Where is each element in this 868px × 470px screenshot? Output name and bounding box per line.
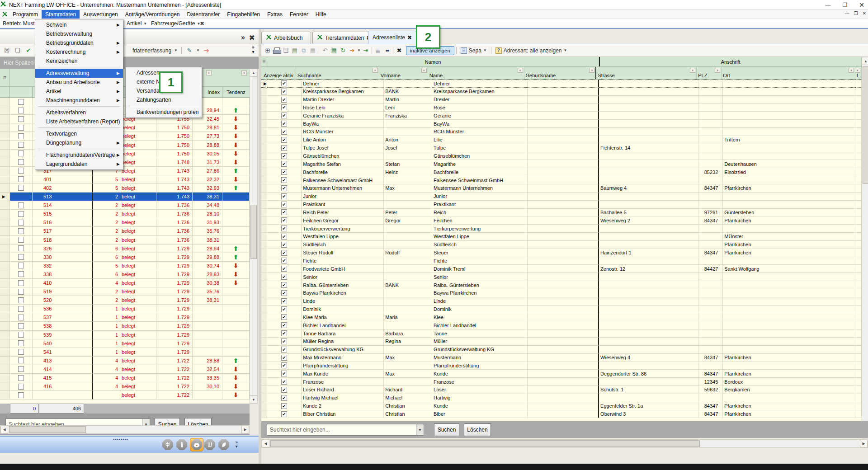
- menubar-item-eingabehilfen[interactable]: Eingabehilfen: [223, 10, 264, 19]
- checkbox-unchecked[interactable]: [18, 168, 24, 174]
- checkbox-unchecked[interactable]: [18, 392, 24, 398]
- filter-icon[interactable]: ▼: [589, 68, 594, 73]
- address-row[interactable]: ✔FranzoseFranzose12345Bordoux: [261, 378, 862, 386]
- checkbox-unchecked[interactable]: [18, 384, 24, 390]
- address-row[interactable]: ✔SeniorSenior: [261, 273, 862, 281]
- menubar-item-auswertungen[interactable]: Auswertungen: [80, 10, 122, 19]
- checkbox-checked[interactable]: ✔: [281, 209, 287, 215]
- mdi-close-button[interactable]: ✕: [863, 11, 866, 16]
- checkbox-checked[interactable]: ✔: [281, 234, 287, 240]
- tab-tierstammdaten[interactable]: Tierstammdaten✖: [312, 32, 375, 44]
- address-row[interactable]: ✔Foodvariete GmbHDominik TremlZenostr. 1…: [261, 265, 862, 273]
- checkbox-checked[interactable]: ✔: [281, 282, 287, 288]
- binoculars-icon[interactable]: ●●: [383, 47, 391, 55]
- pig-icon[interactable]: [190, 438, 203, 451]
- tubes-icon[interactable]: [204, 439, 216, 451]
- left-grid-row[interactable]: 5142belegt1.73634,48: [0, 201, 250, 210]
- left-grid-row[interactable]: 5401belegt1.729: [0, 339, 250, 348]
- checkbox-checked[interactable]: ✔: [281, 177, 287, 183]
- checkbox-checked[interactable]: ✔: [281, 129, 287, 135]
- left-grid-row[interactable]: 5371belegt1.729: [0, 313, 250, 322]
- filter-icon[interactable]: ▼: [373, 68, 378, 73]
- checkbox-checked[interactable]: ✔: [281, 266, 287, 272]
- menu-item-bankverbindungenprüfen[interactable]: Bankverbindungen prüfen: [126, 108, 202, 117]
- address-row[interactable]: ✔Kreissparkasse BergkamenBANKKreissparka…: [261, 88, 862, 96]
- right-loeschen-button[interactable]: Löschen: [464, 423, 491, 436]
- status-overflow-chevron-icon[interactable]: »▾: [235, 440, 238, 448]
- address-row[interactable]: ✔Kunde 2ChristianKundeEggenfelder Str. 1…: [261, 402, 862, 410]
- checkbox-checked[interactable]: ✔: [281, 80, 287, 86]
- toolbar-close-icon[interactable]: ✖: [200, 20, 204, 27]
- checkbox-checked[interactable]: ✔: [281, 298, 287, 304]
- checkbox-checked[interactable]: ✔: [281, 185, 287, 191]
- checkbox-checked[interactable]: ✔: [281, 322, 287, 328]
- checkbox-unchecked[interactable]: [18, 245, 24, 251]
- checkbox-unchecked[interactable]: [18, 375, 24, 381]
- mdi-restore-button[interactable]: ❐: [854, 11, 858, 16]
- combo-caret-icon[interactable]: ▼: [196, 48, 200, 52]
- column-chooser-icon[interactable]: ≣: [262, 59, 266, 64]
- fahrzeuge-geraete-dropdown[interactable]: Fahrzeuge/Geräte▼: [151, 20, 200, 27]
- checkbox-checked[interactable]: ✔: [281, 250, 287, 256]
- left-grid-row[interactable]: 4164belegt1.72230,10⬇: [0, 382, 250, 391]
- fit-icon[interactable]: ⊞: [264, 47, 272, 55]
- checkbox-checked[interactable]: ✔: [281, 97, 287, 103]
- address-row[interactable]: ✔Feilchen GregorGregorFeilchenWiesenweg …: [261, 216, 862, 225]
- bottle-icon[interactable]: [176, 439, 188, 451]
- left-grid-row[interactable]: 4144belegt1.72232,54⬇: [0, 365, 250, 374]
- checkbox-unchecked[interactable]: [18, 116, 24, 122]
- column-header-suchname[interactable]: Suchname▼: [296, 67, 379, 79]
- left-grid-row[interactable]: 5411belegt1.729: [0, 348, 250, 357]
- checkbox-unchecked[interactable]: [18, 357, 24, 363]
- left-grid-row[interactable]: 5391belegt1.729: [0, 331, 250, 339]
- toolbar-overflow-chevron-icon[interactable]: »▾: [250, 45, 257, 54]
- checkbox-checked[interactable]: ✔: [281, 330, 287, 336]
- checkbox-unchecked[interactable]: [18, 340, 24, 346]
- address-row[interactable]: ✔Max MustermannMaxMustermannWiesenweg 48…: [261, 354, 862, 362]
- address-row[interactable]: ✔Biber ChristianChristianBiberOberwind 3…: [261, 410, 862, 418]
- checkbox-checked[interactable]: ✔: [281, 347, 287, 352]
- filter-icon[interactable]: ▼: [849, 68, 854, 73]
- checkbox-checked[interactable]: ✔: [281, 121, 287, 127]
- export-icon[interactable]: ➔: [348, 47, 356, 55]
- menu-item-arbeitsverfahren[interactable]: Arbeitsverfahren: [35, 108, 123, 117]
- checkbox-empty-icon[interactable]: ☐: [14, 47, 22, 55]
- address-row[interactable]: ✔TierkörperverwertungTierkörperverwertun…: [261, 225, 862, 233]
- right-suchen-button[interactable]: Suchen: [434, 423, 459, 436]
- right-grid-vscrollbar[interactable]: ▲: [862, 57, 868, 421]
- address-row[interactable]: ✔JuniorJunior: [261, 193, 862, 201]
- checkbox-checked[interactable]: ✔: [281, 371, 287, 376]
- menu-item-zahlungsarten[interactable]: Zahlungsarten: [126, 95, 202, 104]
- address-row[interactable]: ✔SüdfleischSüdfleischPfarrkirchen: [261, 241, 862, 249]
- checkbox-checked[interactable]: ✔: [281, 153, 287, 159]
- column-header-anzeigeaktiv[interactable]: Anzeige aktiv: [261, 67, 296, 79]
- checkbox-checked[interactable]: ✔: [281, 379, 287, 385]
- left-grid-row[interactable]: 5162belegt1.73631,93: [0, 218, 250, 227]
- address-row[interactable]: ✔Hartwig MichaelMichaelHartwig: [261, 394, 862, 402]
- forward-red-icon[interactable]: ➔: [203, 47, 211, 55]
- laufdaten-combo[interactable]: fdatenerfassung: [132, 47, 171, 54]
- tab-arbeitsbuch[interactable]: Arbeitsbuch: [261, 32, 311, 44]
- filter-icon[interactable]: ▼: [855, 68, 860, 73]
- save-icon[interactable]: ▦: [309, 47, 317, 55]
- column-header-vorname[interactable]: Vorname▼: [379, 67, 428, 79]
- address-row[interactable]: ✔Reich PeterPeterReichBachallee 597261Gü…: [261, 209, 862, 217]
- checkbox-x-icon[interactable]: ☒: [3, 47, 11, 55]
- search-dropdown-icon[interactable]: ▼: [416, 424, 424, 435]
- menubar-item-datentransfer[interactable]: Datentransfer: [184, 10, 224, 19]
- leaf-icon[interactable]: [218, 439, 230, 451]
- checkbox-checked[interactable]: ✔: [281, 258, 287, 263]
- checkbox-checked[interactable]: ✔: [281, 202, 287, 207]
- checkbox-unchecked[interactable]: [18, 366, 24, 372]
- address-row[interactable]: ✔Martin DrexlerMartinDrexler: [261, 96, 862, 104]
- checkbox-checked[interactable]: ✔: [281, 226, 287, 231]
- checkbox-checked[interactable]: ✔: [281, 355, 287, 361]
- menu-item-maschinengrunddaten[interactable]: Maschinengrunddaten▶: [35, 96, 123, 105]
- menu-item-adressverwaltung[interactable]: Adressverwaltung▶: [35, 69, 123, 78]
- menu-item-textvorlagen[interactable]: Textvorlagen: [35, 129, 123, 138]
- list-icon[interactable]: ≣: [374, 47, 382, 55]
- checkbox-unchecked[interactable]: [18, 133, 24, 139]
- scroll-left-icon[interactable]: ◀: [0, 426, 8, 433]
- right-search-input[interactable]: Suchtext hier eingeben... ▼: [267, 424, 424, 436]
- checkbox-checked[interactable]: ✔: [281, 242, 287, 248]
